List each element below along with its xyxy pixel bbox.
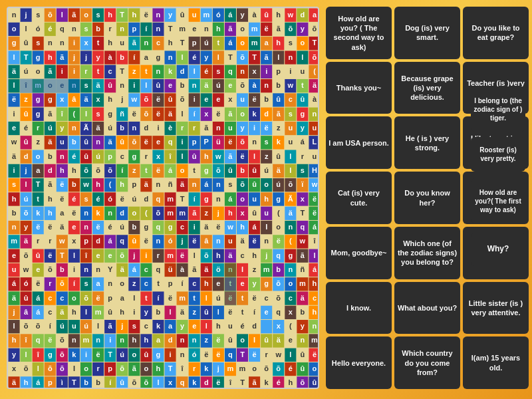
card-how-old-second[interactable]: How old are you? ( The second way to ask…: [326, 7, 392, 59]
word-search-container: [7, 7, 319, 389]
card-thanks-you[interactable]: Thanks you~: [326, 62, 392, 114]
cards-row-1: How old are you? ( The second way to ask…: [326, 7, 529, 59]
card-how-old-first[interactable]: How old are you?( The first way to ask): [471, 178, 525, 223]
card-what-about-you[interactable]: What about you?: [394, 282, 460, 334]
card-15-years-old[interactable]: I(am) 15 years old.: [463, 336, 529, 389]
card-why[interactable]: Why?: [471, 233, 525, 266]
card-tiger[interactable]: I belong to (the zodiac sign of ) tiger.: [471, 86, 525, 132]
card-little-sister[interactable]: Little sister (is ) very attentive.: [463, 282, 529, 334]
card-i-know[interactable]: I know.: [326, 282, 392, 334]
card-grape-delicious[interactable]: Because grape (is) very delicious.: [394, 62, 460, 114]
card-mom-goodbye[interactable]: Mom, goodbye~: [326, 227, 392, 279]
card-cat-cute[interactable]: Cat (is) very cute.: [326, 172, 392, 224]
card-hello-everyone[interactable]: Hello everyone.: [326, 336, 392, 389]
cards-container: How old are you? ( The second way to ask…: [326, 7, 529, 389]
card-zodiac-belong[interactable]: Which one (of the zodiac signs) you belo…: [394, 227, 460, 279]
card-dog-smart[interactable]: Dog (is) very smart.: [394, 7, 460, 59]
cards-row-6: I know. What about you? Little sister (i…: [326, 282, 529, 334]
card-which-country[interactable]: Which country do you come from?: [394, 336, 460, 389]
card-he-strong[interactable]: He ( is ) very strong.: [394, 116, 460, 169]
card-like-grape[interactable]: Do you like to eat grape?: [463, 7, 529, 59]
cards-row-7: Hello everyone. Which country do you com…: [326, 336, 529, 389]
card-rooster[interactable]: Rooster (is) very pretty.: [471, 137, 525, 172]
card-usa-person[interactable]: I am USA person.: [326, 116, 392, 169]
card-know-her[interactable]: Do you know her?: [394, 172, 460, 224]
